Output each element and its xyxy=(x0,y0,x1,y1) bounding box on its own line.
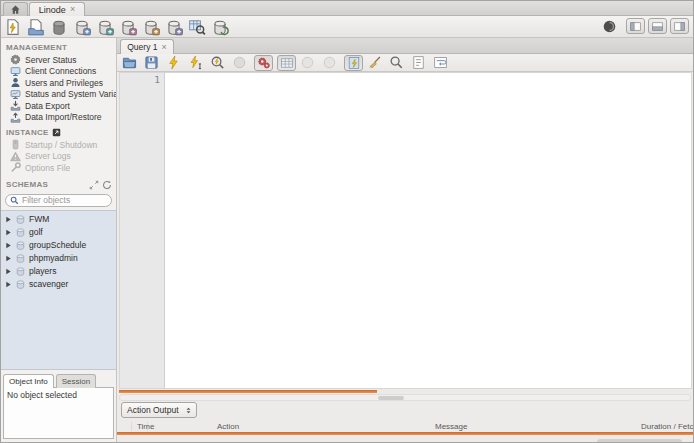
schema-db-icon xyxy=(15,240,26,251)
sidebar-item-server-status[interactable]: Server Status xyxy=(1,54,116,66)
create-table-icon[interactable] xyxy=(73,18,91,36)
sidebar-item-label: Server Status xyxy=(25,55,77,65)
action-output-label: Action Output xyxy=(127,405,179,415)
expander-icon[interactable] xyxy=(5,255,12,262)
open-script-icon[interactable] xyxy=(27,18,45,36)
expander-icon[interactable] xyxy=(5,281,12,288)
tab-object-info[interactable]: Object Info xyxy=(3,374,54,388)
sidebar-item-label: Startup / Shutdown xyxy=(25,140,97,150)
combo-arrows-icon xyxy=(184,405,193,416)
close-icon[interactable]: × xyxy=(161,43,166,52)
client-connections-icon xyxy=(10,66,21,77)
panel-left-icon xyxy=(629,21,642,32)
query-tab-1[interactable]: Query 1 × xyxy=(120,39,174,54)
sidebar-item-status-variables[interactable]: Status and System Variables xyxy=(1,89,116,101)
line-number: 1 xyxy=(154,74,160,85)
sidebar-item-options-file[interactable]: Options File xyxy=(1,162,116,174)
execute-query-icon[interactable] xyxy=(166,55,181,70)
output-splitter-highlight[interactable] xyxy=(117,432,693,435)
limit-rows-toggle[interactable] xyxy=(277,55,296,71)
info-tabbar: Object Info Session xyxy=(3,374,116,388)
sidebar-item-data-export[interactable]: Data Export xyxy=(1,100,116,112)
schema-label: scavenger xyxy=(29,279,68,289)
sql-editor[interactable]: 1 xyxy=(119,72,692,389)
reconnect-dbms-icon[interactable] xyxy=(211,18,229,36)
sidebar-item-startup-shutdown[interactable]: Startup / Shutdown xyxy=(1,139,116,151)
collapse-all-icon[interactable] xyxy=(89,180,99,190)
expander-icon[interactable] xyxy=(5,268,12,275)
schema-label: FWM xyxy=(29,214,49,224)
tab-session[interactable]: Session xyxy=(56,374,96,388)
connection-tab-linode[interactable]: Linode × xyxy=(29,2,85,16)
schema-item-players[interactable]: players xyxy=(1,265,116,278)
schema-item-golf[interactable]: golf xyxy=(1,226,116,239)
schema-item-fwm[interactable]: FWM xyxy=(1,213,116,226)
open-sql-file-icon[interactable] xyxy=(122,55,137,70)
schema-label: golf xyxy=(29,227,43,237)
stop-query-icon xyxy=(232,55,247,70)
schema-tree: FWM golf groupSchedule phpmyadmin player xyxy=(1,210,116,370)
activity-indicator-icon xyxy=(602,19,617,34)
beautify-script-icon[interactable] xyxy=(367,55,382,70)
rollback-icon xyxy=(322,55,337,70)
sidebar-item-client-connections[interactable]: Client Connections xyxy=(1,66,116,78)
column-duration[interactable]: Duration / Fetch xyxy=(641,422,693,431)
find-icon[interactable] xyxy=(389,55,404,70)
autocommit-toggle[interactable] xyxy=(344,55,363,71)
editor-splitter-highlight[interactable] xyxy=(119,390,377,393)
close-icon[interactable]: × xyxy=(70,5,75,14)
column-message[interactable]: Message xyxy=(435,422,467,431)
expander-icon[interactable] xyxy=(5,242,12,249)
toggle-left-sidebar-button[interactable] xyxy=(626,18,645,34)
options-file-icon xyxy=(10,162,21,173)
toggle-bottom-panel-button[interactable] xyxy=(648,18,667,34)
create-routine-icon[interactable] xyxy=(165,18,183,36)
editor-hscrollbar[interactable] xyxy=(119,394,691,401)
search-table-data-icon[interactable] xyxy=(188,18,206,36)
create-view-icon[interactable] xyxy=(96,18,114,36)
invisible-characters-icon[interactable] xyxy=(411,55,426,70)
data-import-icon xyxy=(10,112,21,123)
schema-item-groupschedule[interactable]: groupSchedule xyxy=(1,239,116,252)
sidebar-item-label: Server Logs xyxy=(25,151,71,161)
output-scrollbar-thumb[interactable] xyxy=(597,439,682,443)
sidebar-item-label: Status and System Variables xyxy=(25,89,116,99)
sidebar-item-data-import[interactable]: Data Import/Restore xyxy=(1,112,116,124)
refresh-schemas-icon[interactable] xyxy=(102,180,112,190)
sidebar-item-label: Data Import/Restore xyxy=(25,112,102,122)
sidebar-item-users-privileges[interactable]: Users and Privileges xyxy=(1,77,116,89)
create-schema-icon[interactable] xyxy=(50,18,68,36)
stop-on-error-toggle[interactable] xyxy=(254,55,273,71)
connection-tab-label: Linode xyxy=(39,5,66,15)
word-wrap-icon[interactable] xyxy=(433,55,448,70)
toggle-right-sidebar-button[interactable] xyxy=(670,18,689,34)
schema-item-phpmyadmin[interactable]: phpmyadmin xyxy=(1,252,116,265)
panel-right-icon xyxy=(673,21,686,32)
save-script-icon[interactable] xyxy=(144,55,159,70)
stop-on-error-icon xyxy=(257,56,271,70)
execute-current-icon[interactable] xyxy=(188,55,203,70)
column-time[interactable]: Time xyxy=(137,422,154,431)
schemas-section-header: SCHEMAS xyxy=(1,174,116,192)
server-status-icon xyxy=(10,54,21,65)
column-action[interactable]: Action xyxy=(217,422,239,431)
action-output-selector[interactable]: Action Output xyxy=(121,402,197,418)
sidebar-item-label: Data Export xyxy=(25,101,70,111)
new-query-tab-icon[interactable] xyxy=(4,18,22,36)
sidebar-item-label: Options File xyxy=(25,163,70,173)
create-procedure-icon[interactable] xyxy=(119,18,137,36)
home-tab[interactable] xyxy=(3,2,28,16)
query-tab-label: Query 1 xyxy=(127,42,157,52)
explain-query-icon[interactable] xyxy=(210,55,225,70)
scrollbar-thumb[interactable] xyxy=(378,396,404,400)
schema-filter-input[interactable] xyxy=(22,195,102,205)
instance-section-title: INSTANCE xyxy=(1,123,116,139)
connection-tabstrip: Linode × xyxy=(1,1,693,16)
create-function-icon[interactable] xyxy=(142,18,160,36)
schema-item-scavenger[interactable]: scavenger xyxy=(1,278,116,291)
toolbar-right-cluster xyxy=(602,18,689,34)
expander-icon[interactable] xyxy=(5,216,12,223)
expander-icon[interactable] xyxy=(5,229,12,236)
sidebar-item-server-logs[interactable]: Server Logs xyxy=(1,151,116,163)
autocommit-icon xyxy=(347,56,361,70)
